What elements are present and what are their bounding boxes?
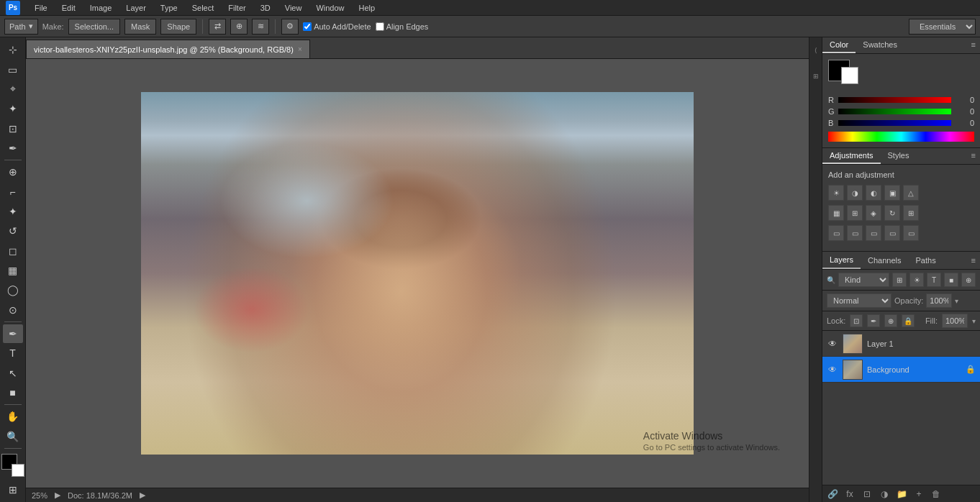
- gradient-tool[interactable]: ▦: [3, 261, 23, 280]
- layers-filter-type-btn[interactable]: T: [927, 273, 941, 287]
- menu-layer[interactable]: Layer: [123, 2, 149, 14]
- layer-visibility-btn[interactable]: 👁: [827, 364, 838, 375]
- tab-close-btn[interactable]: ×: [298, 45, 302, 53]
- lock-position-btn[interactable]: ✒: [867, 314, 880, 327]
- blur-tool[interactable]: ◯: [3, 280, 23, 299]
- auto-add-delete-checkbox[interactable]: Auto Add/Delete: [303, 22, 371, 31]
- color-panel-menu-btn[interactable]: ≡: [967, 37, 980, 53]
- curves-icon[interactable]: ◐: [866, 185, 881, 201]
- exposure-icon[interactable]: ▣: [884, 185, 900, 201]
- lock-artboard-btn[interactable]: 🔒: [902, 314, 915, 327]
- shape-tool[interactable]: ■: [3, 383, 23, 402]
- layer-visibility-btn[interactable]: 👁: [827, 338, 838, 350]
- brightness-contrast-icon[interactable]: ☀: [828, 185, 844, 201]
- history-brush-tool[interactable]: ↺: [3, 222, 23, 240]
- hand-tool[interactable]: ✋: [3, 407, 23, 426]
- layers-filter-adj-btn[interactable]: ☀: [909, 273, 924, 287]
- document-tab[interactable]: victor-ballesteros-XNIYz25pzII-unsplash.…: [26, 40, 310, 58]
- background-swatch[interactable]: [841, 67, 858, 84]
- dodge-tool[interactable]: ⊙: [3, 300, 23, 319]
- add-style-btn[interactable]: fx: [843, 488, 857, 500]
- add-mask-btn[interactable]: ⊡: [860, 488, 874, 500]
- doc-info-arrow[interactable]: ▶: [140, 490, 145, 500]
- layers-panel-menu-btn[interactable]: ≡: [967, 253, 980, 268]
- marquee-tool[interactable]: ▭: [3, 60, 23, 78]
- lock-all-btn[interactable]: ⊕: [884, 314, 897, 327]
- path-select-tool[interactable]: ↖: [3, 363, 23, 382]
- fill-input[interactable]: [942, 314, 968, 328]
- layers-filter-shape-btn[interactable]: ■: [944, 273, 958, 287]
- add-layer-btn[interactable]: +: [912, 488, 926, 500]
- selection-btn[interactable]: Selection...: [68, 19, 120, 35]
- channel-mixer-icon[interactable]: ⊞: [903, 205, 919, 221]
- crop-tool[interactable]: ⊡: [3, 119, 23, 137]
- blend-mode-dropdown[interactable]: Normal: [827, 293, 891, 308]
- levels-icon[interactable]: ◑: [847, 185, 863, 201]
- tab-styles[interactable]: Styles: [881, 148, 917, 164]
- layer-item[interactable]: 👁 Background 🔒: [822, 357, 980, 383]
- add-group-btn[interactable]: 📁: [894, 488, 909, 500]
- type-tool[interactable]: T: [3, 344, 23, 362]
- gradient-map-icon[interactable]: ▭: [884, 225, 900, 241]
- settings-icon-btn[interactable]: ⚙: [281, 19, 299, 35]
- background-color[interactable]: [12, 464, 24, 477]
- add-adj-btn[interactable]: ◑: [877, 488, 891, 500]
- menu-type[interactable]: Type: [158, 2, 181, 14]
- mask-btn[interactable]: Mask: [124, 19, 156, 35]
- black-white-icon[interactable]: ◈: [866, 205, 881, 221]
- align-edges-checkbox[interactable]: Align Edges: [376, 22, 429, 31]
- menu-help[interactable]: Help: [356, 2, 378, 14]
- tab-adjustments[interactable]: Adjustments: [822, 148, 881, 164]
- menu-3d[interactable]: 3D: [258, 2, 273, 14]
- opacity-input[interactable]: [926, 293, 952, 308]
- workspace-dropdown[interactable]: Essentials: [909, 19, 976, 35]
- eraser-tool[interactable]: ◻: [3, 241, 23, 260]
- threshold-icon[interactable]: ▭: [866, 225, 881, 241]
- canvas-container[interactable]: Activate Windows Go to PC settings to ac…: [26, 59, 809, 488]
- color-spectrum[interactable]: [828, 132, 974, 142]
- photo-filter-icon[interactable]: ↻: [884, 205, 900, 221]
- menu-view[interactable]: View: [282, 2, 305, 14]
- link-layers-btn[interactable]: 🔗: [825, 488, 840, 500]
- spot-heal-tool[interactable]: ⊕: [3, 163, 23, 181]
- clone-tool[interactable]: ✦: [3, 202, 23, 221]
- screen-mode-btn[interactable]: ⊞: [3, 480, 23, 499]
- move-tool[interactable]: ⊹: [3, 40, 23, 59]
- lock-pixels-btn[interactable]: ⊡: [850, 314, 863, 327]
- layers-filter-pixel-btn[interactable]: ⊞: [892, 273, 907, 287]
- tool-mode-dropdown[interactable]: Path ▾: [4, 19, 38, 35]
- invert-icon[interactable]: ▭: [828, 225, 844, 241]
- r-slider[interactable]: [838, 97, 951, 103]
- delete-layer-btn[interactable]: 🗑: [929, 488, 943, 500]
- pen-tool[interactable]: ✒: [3, 324, 23, 343]
- quick-select-tool[interactable]: ✦: [3, 99, 23, 118]
- menu-image[interactable]: Image: [87, 2, 115, 14]
- shape-btn[interactable]: Shape: [160, 19, 196, 35]
- panel-collapse-btn[interactable]: ⟨: [811, 40, 821, 60]
- status-arrow-btn[interactable]: ▶: [55, 490, 60, 500]
- g-slider[interactable]: [838, 109, 951, 114]
- menu-window[interactable]: Window: [313, 2, 347, 14]
- vibrance-icon[interactable]: △: [903, 185, 919, 201]
- menu-edit[interactable]: Edit: [59, 2, 78, 14]
- color-balance-icon[interactable]: ⊞: [847, 205, 863, 221]
- tab-color[interactable]: Color: [822, 37, 856, 53]
- posterize-icon[interactable]: ▭: [847, 225, 863, 241]
- adj-panel-menu-btn[interactable]: ≡: [967, 148, 980, 164]
- tab-layers[interactable]: Layers: [822, 252, 861, 269]
- selective-color-icon[interactable]: ▭: [903, 225, 919, 241]
- tab-paths[interactable]: Paths: [909, 252, 943, 268]
- align-icon-btn[interactable]: ⊕: [230, 19, 248, 35]
- layers-kind-dropdown[interactable]: Kind: [838, 273, 889, 287]
- transform-icon-btn[interactable]: ⇄: [209, 19, 226, 35]
- hue-sat-icon[interactable]: ▦: [828, 205, 844, 221]
- layers-filter-smart-btn[interactable]: ⊕: [961, 273, 976, 287]
- tab-swatches[interactable]: Swatches: [856, 37, 904, 53]
- eyedropper-tool[interactable]: ✒: [3, 139, 23, 158]
- brush-tool[interactable]: ⌐: [3, 182, 23, 201]
- panel-arrange-btn[interactable]: ⊞: [811, 66, 821, 86]
- menu-file[interactable]: File: [32, 2, 50, 14]
- tab-channels[interactable]: Channels: [861, 252, 908, 268]
- menu-select[interactable]: Select: [189, 2, 217, 14]
- layer-item[interactable]: 👁 Layer 1: [822, 331, 980, 357]
